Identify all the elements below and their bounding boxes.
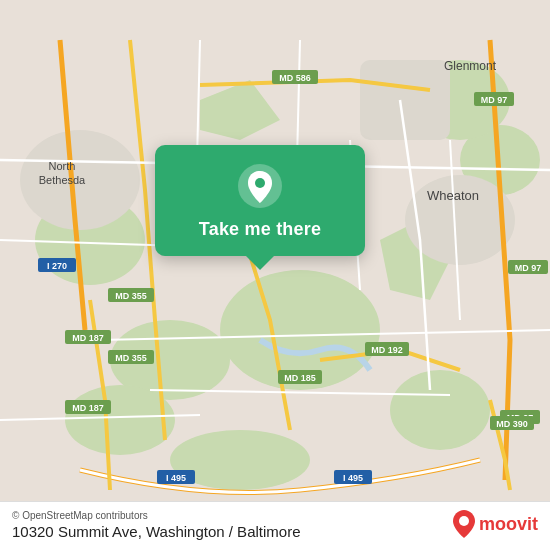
svg-text:MD 187: MD 187 — [72, 403, 104, 413]
svg-text:I 270: I 270 — [47, 261, 67, 271]
popup-card: Take me there — [155, 145, 365, 256]
svg-text:MD 355: MD 355 — [115, 353, 147, 363]
svg-point-49 — [255, 178, 265, 188]
location-pin-icon — [237, 163, 283, 209]
map-container: MD 586 MD 97 MD 97 MD 97 MD 355 MD 355 M… — [0, 0, 550, 550]
svg-point-8 — [65, 385, 175, 455]
svg-text:MD 187: MD 187 — [72, 333, 104, 343]
moovit-logo: moovit — [453, 510, 538, 538]
svg-text:I 495: I 495 — [343, 473, 363, 483]
svg-text:MD 192: MD 192 — [371, 345, 403, 355]
take-me-there-button[interactable]: Take me there — [199, 219, 321, 240]
svg-text:MD 390: MD 390 — [496, 419, 528, 429]
svg-point-50 — [459, 516, 469, 526]
svg-point-10 — [390, 370, 490, 450]
svg-text:MD 97: MD 97 — [481, 95, 508, 105]
svg-text:Wheaton: Wheaton — [427, 188, 479, 203]
svg-text:MD 97: MD 97 — [515, 263, 542, 273]
svg-text:I 495: I 495 — [166, 473, 186, 483]
svg-text:MD 586: MD 586 — [279, 73, 311, 83]
svg-text:Bethesda: Bethesda — [39, 174, 86, 186]
svg-text:North: North — [49, 160, 76, 172]
moovit-pin-icon — [453, 510, 475, 538]
svg-text:MD 185: MD 185 — [284, 373, 316, 383]
svg-text:Glenmont: Glenmont — [444, 59, 497, 73]
moovit-text: moovit — [479, 514, 538, 535]
svg-text:MD 355: MD 355 — [115, 291, 147, 301]
